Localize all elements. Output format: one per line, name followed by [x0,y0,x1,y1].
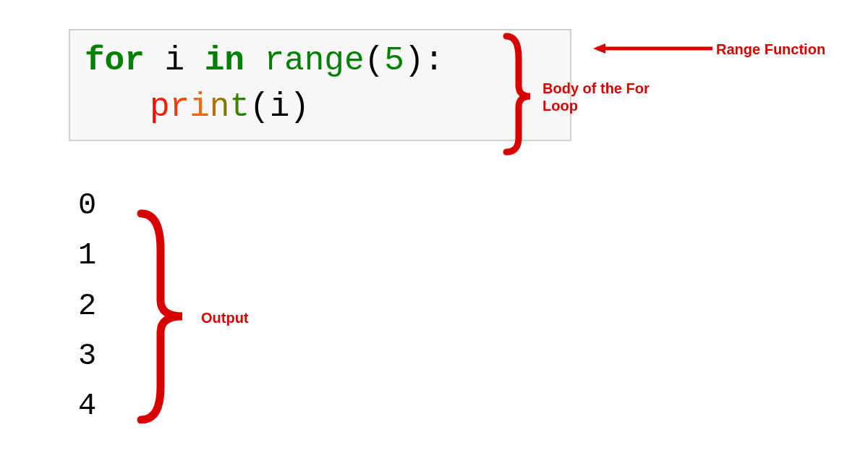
output-block: 0 1 2 3 4 [78,181,96,431]
svg-marker-1 [593,43,605,54]
output-line: 3 [78,332,96,381]
keyword-for: for [85,42,145,80]
space [244,42,265,80]
variable-i: i [145,42,205,80]
keyword-in: in [205,42,244,80]
output-label: Output [201,310,249,326]
body-brace-icon [495,29,539,156]
output-brace-icon [130,206,195,423]
print-function: print [150,88,250,126]
code-line-2: print(i) [85,84,556,130]
range-arrow-icon [590,40,716,58]
range-function: range [264,42,364,80]
output-line: 4 [78,381,96,431]
open-paren: ( [365,42,385,80]
code-line-1: for i in range(5): [85,38,556,84]
range-argument: 5 [384,42,404,80]
colon: : [424,42,444,80]
open-paren: ( [250,88,270,126]
output-line: 0 [78,181,96,231]
close-paren: ) [289,88,310,126]
body-label: Body of the For Loop [542,80,665,114]
close-paren: ) [404,42,425,80]
print-argument: i [270,88,290,126]
range-label: Range Function [716,41,825,58]
output-line: 1 [78,231,96,281]
output-line: 2 [78,282,96,332]
